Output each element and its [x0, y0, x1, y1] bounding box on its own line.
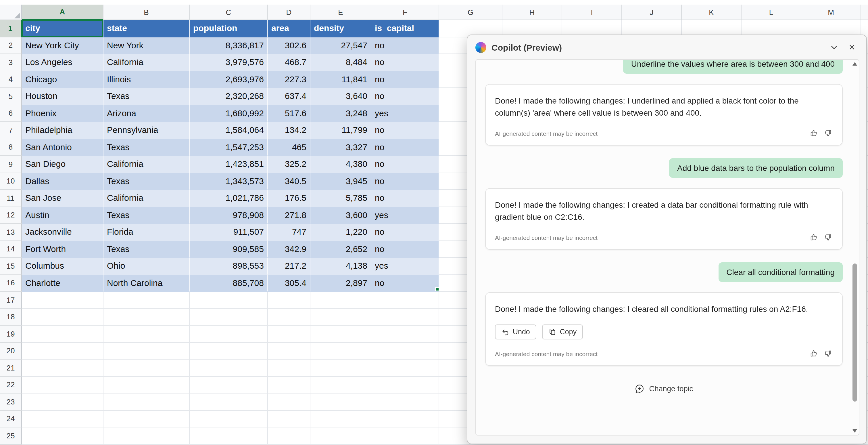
- column-header-N[interactable]: N: [861, 5, 868, 20]
- cell-C5[interactable]: 2,320,268: [190, 88, 268, 105]
- cell-A13[interactable]: Jacksonville: [22, 224, 103, 241]
- cell-E10[interactable]: 3,945: [310, 173, 371, 190]
- cell-D14[interactable]: 342.9: [268, 241, 310, 258]
- cell-D20[interactable]: [268, 343, 310, 360]
- row-header-18[interactable]: 18: [0, 309, 22, 326]
- scroll-up-icon[interactable]: [852, 62, 857, 66]
- cell-E15[interactable]: 4,138: [310, 258, 371, 275]
- cell-E1[interactable]: density: [310, 20, 371, 37]
- row-header-14[interactable]: 14: [0, 241, 22, 258]
- cell-B16[interactable]: North Carolina: [103, 275, 190, 292]
- cell-B23[interactable]: [103, 393, 190, 411]
- cell-C16[interactable]: 885,708: [190, 275, 268, 292]
- cell-D11[interactable]: 176.5: [268, 190, 310, 207]
- chat-scrollbar[interactable]: [851, 61, 858, 434]
- cell-B11[interactable]: California: [103, 190, 190, 207]
- cell-D24[interactable]: [268, 411, 310, 427]
- row-header-7[interactable]: 7: [0, 122, 22, 139]
- cell-B21[interactable]: [103, 360, 190, 377]
- row-header-2[interactable]: 2: [0, 37, 22, 54]
- cell-F23[interactable]: [371, 393, 439, 411]
- cell-A19[interactable]: [22, 326, 103, 343]
- cell-C17[interactable]: [190, 292, 268, 309]
- cell-B10[interactable]: Texas: [103, 173, 190, 190]
- cell-A10[interactable]: Dallas: [22, 173, 103, 190]
- thumbs-up-icon[interactable]: [809, 128, 818, 138]
- cell-C1[interactable]: population: [190, 20, 268, 37]
- column-header-M[interactable]: M: [801, 5, 861, 20]
- cell-B7[interactable]: Pennsylvania: [103, 122, 190, 139]
- collapse-chevron-icon[interactable]: [828, 41, 840, 54]
- cell-E13[interactable]: 1,220: [310, 224, 371, 241]
- cell-D6[interactable]: 517.6: [268, 105, 310, 122]
- row-header-9[interactable]: 9: [0, 156, 22, 173]
- cell-B25[interactable]: [103, 427, 190, 444]
- cell-D13[interactable]: 747: [268, 224, 310, 241]
- column-header-B[interactable]: B: [103, 5, 190, 20]
- cell-B5[interactable]: Texas: [103, 88, 190, 105]
- cell-D25[interactable]: [268, 427, 310, 444]
- cell-F17[interactable]: [371, 292, 439, 309]
- cell-C12[interactable]: 978,908: [190, 207, 268, 224]
- cell-A6[interactable]: Phoenix: [22, 105, 103, 122]
- cell-E7[interactable]: 11,799: [310, 122, 371, 139]
- cell-E21[interactable]: [310, 360, 371, 377]
- cell-A15[interactable]: Columbus: [22, 258, 103, 275]
- row-header-17[interactable]: 17: [0, 292, 22, 309]
- column-header-A[interactable]: A: [22, 5, 103, 20]
- table-resize-handle[interactable]: [435, 287, 439, 291]
- row-header-24[interactable]: 24: [0, 411, 22, 427]
- cell-F9[interactable]: no: [371, 156, 439, 173]
- cell-D16[interactable]: 305.4: [268, 275, 310, 292]
- cell-F19[interactable]: [371, 326, 439, 343]
- cell-E17[interactable]: [310, 292, 371, 309]
- cell-B24[interactable]: [103, 411, 190, 427]
- cell-B18[interactable]: [103, 309, 190, 326]
- copy-button[interactable]: Copy: [542, 324, 583, 339]
- row-header-4[interactable]: 4: [0, 71, 22, 88]
- cell-F7[interactable]: no: [371, 122, 439, 139]
- cell-E9[interactable]: 4,380: [310, 156, 371, 173]
- row-header-6[interactable]: 6: [0, 105, 22, 122]
- cell-F14[interactable]: no: [371, 241, 439, 258]
- cell-C11[interactable]: 1,021,786: [190, 190, 268, 207]
- thumbs-down-icon[interactable]: [823, 128, 833, 138]
- row-header-1[interactable]: 1: [0, 20, 22, 37]
- cell-D7[interactable]: 134.2: [268, 122, 310, 139]
- cell-C10[interactable]: 1,343,573: [190, 173, 268, 190]
- cell-C22[interactable]: [190, 377, 268, 393]
- row-header-8[interactable]: 8: [0, 139, 22, 156]
- cell-D17[interactable]: [268, 292, 310, 309]
- cell-A7[interactable]: Philadelphia: [22, 122, 103, 139]
- cell-D1[interactable]: area: [268, 20, 310, 37]
- cell-C18[interactable]: [190, 309, 268, 326]
- cell-D9[interactable]: 325.2: [268, 156, 310, 173]
- cell-B22[interactable]: [103, 377, 190, 393]
- cell-E3[interactable]: 8,484: [310, 54, 371, 71]
- cell-E2[interactable]: 27,547: [310, 37, 371, 54]
- cell-C25[interactable]: [190, 427, 268, 444]
- cell-A22[interactable]: [22, 377, 103, 393]
- row-header-25[interactable]: 25: [0, 427, 22, 444]
- row-header-22[interactable]: 22: [0, 377, 22, 393]
- cell-C21[interactable]: [190, 360, 268, 377]
- column-header-J[interactable]: J: [622, 5, 682, 20]
- row-header-21[interactable]: 21: [0, 360, 22, 377]
- cell-F3[interactable]: no: [371, 54, 439, 71]
- cell-F16[interactable]: no: [371, 275, 439, 292]
- cell-F20[interactable]: [371, 343, 439, 360]
- cell-D19[interactable]: [268, 326, 310, 343]
- cell-C20[interactable]: [190, 343, 268, 360]
- cell-E6[interactable]: 3,248: [310, 105, 371, 122]
- change-topic-button[interactable]: Change topic: [631, 383, 696, 394]
- cell-E8[interactable]: 3,327: [310, 139, 371, 156]
- cell-B13[interactable]: Florida: [103, 224, 190, 241]
- cell-D23[interactable]: [268, 393, 310, 411]
- cell-A5[interactable]: Houston: [22, 88, 103, 105]
- cell-A21[interactable]: [22, 360, 103, 377]
- cell-A2[interactable]: New York City: [22, 37, 103, 54]
- cell-D21[interactable]: [268, 360, 310, 377]
- thumbs-up-icon[interactable]: [809, 349, 818, 358]
- cell-C9[interactable]: 1,423,851: [190, 156, 268, 173]
- cell-A20[interactable]: [22, 343, 103, 360]
